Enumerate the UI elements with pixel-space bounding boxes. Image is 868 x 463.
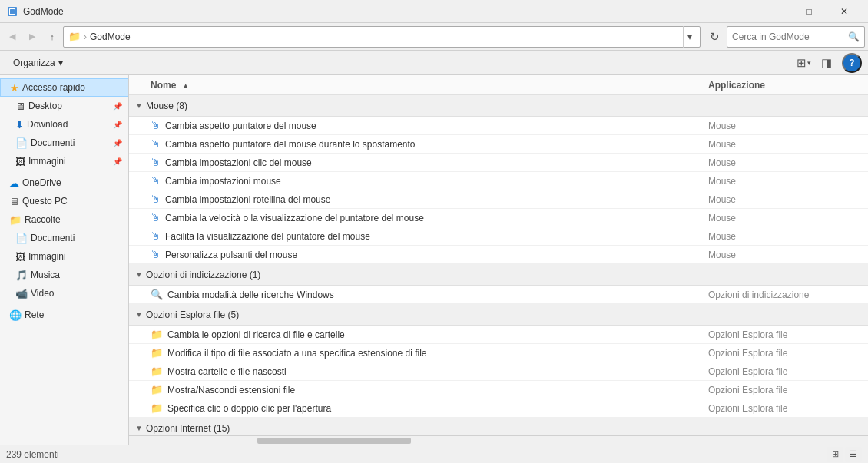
raccolte-icon: 📁 bbox=[9, 214, 22, 226]
sidebar-item-documenti[interactable]: 📄 Documenti 📌 bbox=[0, 134, 128, 152]
window-icon bbox=[6, 5, 18, 18]
row-icon-6: 🖱 bbox=[151, 230, 161, 242]
sidebar-item-immagini2[interactable]: 🖼 Immagini bbox=[0, 247, 128, 266]
table-row[interactable]: 🖱 Cambia aspetto puntatore del mouse Mou… bbox=[129, 117, 868, 135]
table-row[interactable]: 🖱 Cambia la velocità o la visualizzazion… bbox=[129, 209, 868, 227]
address-dropdown-arrow[interactable]: ▾ bbox=[683, 26, 695, 48]
content-header: Nome ▲ Applicazione bbox=[129, 75, 868, 95]
row-app: Opzioni di indicizzazione bbox=[708, 289, 862, 300]
sidebar-item-label: Rete bbox=[25, 309, 44, 320]
documenti2-icon: 📄 bbox=[15, 233, 28, 244]
window-controls: ─ □ ✕ bbox=[756, 0, 862, 23]
row-icon-folder-0: 📁 bbox=[151, 329, 163, 340]
address-separator: › bbox=[84, 31, 87, 42]
status-view-btn-list[interactable]: ☰ bbox=[845, 447, 862, 462]
sidebar-item-label: Musica bbox=[31, 270, 60, 280]
sidebar-item-rete[interactable]: 🌐 Rete bbox=[0, 306, 128, 324]
sidebar-item-raccolte[interactable]: 📁 Raccolte bbox=[0, 210, 128, 229]
sidebar-item-quick-access[interactable]: ★ Accesso rapido bbox=[0, 78, 128, 97]
sidebar-item-video[interactable]: 📹 Video bbox=[0, 284, 128, 303]
row-icon-0: 🖱 bbox=[151, 120, 161, 131]
search-icon: 🔍 bbox=[848, 31, 860, 42]
pin-icon: 📌 bbox=[113, 157, 122, 166]
row-icon-folder-1: 📁 bbox=[151, 347, 163, 359]
section-internet-title[interactable]: ▼ Opzioni Internet (15) bbox=[129, 418, 868, 435]
table-row[interactable]: 🖱 Cambia impostazioni clic del mouse Mou… bbox=[129, 154, 868, 172]
forward-button[interactable]: ▶ bbox=[23, 26, 41, 48]
section-mouse-title[interactable]: ▼ Mouse (8) bbox=[129, 95, 868, 117]
search-input[interactable] bbox=[732, 31, 848, 42]
change-view-button[interactable]: ⊞ ▾ bbox=[793, 53, 814, 73]
row-icon-2: 🖱 bbox=[151, 157, 161, 168]
table-row[interactable]: 📁 Specifica clic o doppio clic per l'ape… bbox=[129, 399, 868, 418]
maximize-button[interactable]: □ bbox=[791, 0, 827, 23]
row-name: Cambia impostazioni rotellina del mouse bbox=[165, 194, 708, 205]
col-app-header: Applicazione bbox=[708, 80, 862, 91]
h-scroll-track bbox=[131, 438, 866, 444]
table-row[interactable]: 📁 Mostra/Nascondi estensioni file Opzion… bbox=[129, 381, 868, 399]
status-view-btn-grid[interactable]: ⊞ bbox=[827, 447, 843, 462]
row-icon-folder-3: 📁 bbox=[151, 384, 163, 395]
sidebar-item-questo-pc[interactable]: 🖥 Questo PC bbox=[0, 192, 128, 210]
svg-rect-2 bbox=[10, 9, 15, 14]
immagini2-icon: 🖼 bbox=[15, 251, 25, 263]
address-path-text: GodMode bbox=[90, 31, 131, 42]
row-name: Cambia modalità delle ricerche Windows bbox=[167, 289, 708, 300]
table-row[interactable]: 🖱 Cambia impostazioni rotellina del mous… bbox=[129, 190, 868, 209]
back-button[interactable]: ◀ bbox=[3, 26, 22, 48]
esplorafile-chevron-icon: ▼ bbox=[135, 310, 143, 319]
col-name-header: Nome ▲ bbox=[151, 80, 708, 91]
sidebar-item-label: Download bbox=[27, 119, 68, 130]
address-path[interactable]: 📁 › GodMode ▾ bbox=[63, 26, 701, 48]
main-layout: ★ Accesso rapido 🖥 Desktop 📌 ⬇ Download … bbox=[0, 75, 868, 445]
help-button[interactable]: ? bbox=[842, 53, 862, 73]
sidebar-item-onedrive[interactable]: ☁ OneDrive bbox=[0, 174, 128, 192]
horizontal-scrollbar[interactable] bbox=[129, 435, 868, 445]
sidebar-item-immagini[interactable]: 🖼 Immagini 📌 bbox=[0, 152, 128, 170]
up-button[interactable]: ↑ bbox=[43, 26, 61, 48]
row-icon-7: 🖱 bbox=[151, 249, 161, 260]
pin-icon: 📌 bbox=[113, 121, 122, 129]
table-row[interactable]: 🖱 Cambia impostazioni mouse Mouse bbox=[129, 172, 868, 190]
sidebar-item-label: OneDrive bbox=[22, 177, 61, 188]
row-app: Opzioni Esplora file bbox=[708, 348, 862, 359]
section-indicizzazione-title[interactable]: ▼ Opzioni di indicizzazione (1) bbox=[129, 264, 868, 286]
row-name: Cambia impostazioni mouse bbox=[165, 176, 708, 187]
row-app: Mouse bbox=[708, 121, 862, 131]
mouse-section-label: Mouse (8) bbox=[146, 101, 187, 111]
preview-button[interactable]: ◨ bbox=[816, 53, 837, 73]
section-esplorafile: ▼ Opzioni Esplora file (5) 📁 Cambia le o… bbox=[129, 304, 868, 418]
sidebar-item-download[interactable]: ⬇ Download 📌 bbox=[0, 115, 128, 134]
minimize-button[interactable]: ─ bbox=[756, 0, 791, 23]
content-scroll[interactable]: ▼ Mouse (8) 🖱 Cambia aspetto puntatore d… bbox=[129, 95, 868, 435]
table-row[interactable]: 📁 Mostra cartelle e file nascosti Opzion… bbox=[129, 362, 868, 381]
sidebar-item-musica[interactable]: 🎵 Musica bbox=[0, 266, 128, 284]
window-title: GodMode bbox=[23, 6, 756, 17]
row-name: Modifica il tipo di file associato a una… bbox=[167, 348, 708, 359]
refresh-button[interactable]: ↻ bbox=[704, 26, 725, 48]
table-row[interactable]: 🔍 Cambia modalità delle ricerche Windows… bbox=[129, 286, 868, 304]
table-row[interactable]: 🖱 Personalizza pulsanti del mouse Mouse bbox=[129, 246, 868, 264]
organize-label: Organizza bbox=[13, 58, 55, 68]
row-icon-shield-0: 🔍 bbox=[151, 289, 163, 300]
sidebar-item-label: Documenti bbox=[31, 137, 75, 148]
section-esplorafile-title[interactable]: ▼ Opzioni Esplora file (5) bbox=[129, 304, 868, 326]
table-row[interactable]: 🖱 Cambia aspetto puntatore del mouse dur… bbox=[129, 135, 868, 154]
immagini-icon: 🖼 bbox=[15, 156, 25, 167]
table-row[interactable]: 🖱 Facilita la visualizzazione del puntat… bbox=[129, 227, 868, 246]
table-row[interactable]: 📁 Modifica il tipo di file associato a u… bbox=[129, 344, 868, 362]
row-app: Mouse bbox=[708, 194, 862, 205]
h-scroll-thumb[interactable] bbox=[257, 438, 411, 444]
status-count: 239 elementi bbox=[6, 449, 820, 460]
table-row[interactable]: 📁 Cambia le opzioni di ricerca di file e… bbox=[129, 326, 868, 344]
change-view-icon: ⊞ bbox=[797, 56, 807, 70]
sidebar-item-documenti2[interactable]: 📄 Documenti bbox=[0, 229, 128, 247]
organize-button[interactable]: Organizza ▾ bbox=[6, 53, 70, 73]
sidebar-item-desktop[interactable]: 🖥 Desktop 📌 bbox=[0, 97, 128, 115]
row-icon-3: 🖱 bbox=[151, 175, 161, 187]
close-button[interactable]: ✕ bbox=[827, 0, 862, 23]
internet-chevron-icon: ▼ bbox=[135, 424, 143, 432]
address-folder-icon: 📁 bbox=[68, 31, 81, 42]
status-bar: 239 elementi ⊞ ☰ bbox=[0, 445, 868, 463]
row-icon-folder-2: 📁 bbox=[151, 365, 163, 377]
